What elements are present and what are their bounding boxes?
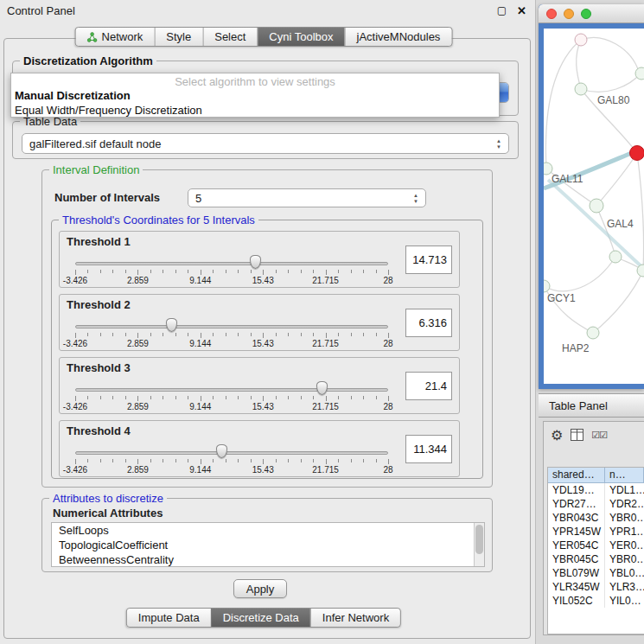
attribute-list-item[interactable]: TopologicalCoefficient: [52, 538, 484, 552]
table-row[interactable]: YBL079WYBL0…: [548, 566, 644, 580]
node[interactable]: [637, 265, 644, 277]
tick-mark: [351, 396, 352, 399]
close-traffic-light[interactable]: [546, 9, 557, 19]
column-header[interactable]: shared…: [548, 468, 605, 483]
tick-mark: [326, 396, 327, 401]
column-selector-icon[interactable]: [571, 429, 583, 441]
tick-mark: [351, 333, 352, 336]
table-row[interactable]: YDR27…YDR2…: [548, 497, 644, 511]
zoom-traffic-light[interactable]: [581, 9, 591, 19]
attributes-list[interactable]: SelfLoopsTopologicalCoefficientBetweenne…: [51, 522, 485, 567]
tick-mark: [150, 270, 151, 273]
scale-label: -3.426: [63, 339, 87, 348]
tick-mark: [238, 270, 239, 273]
slider-thumb[interactable]: [250, 255, 261, 269]
node-gcy1[interactable]: [544, 280, 550, 292]
slider-track[interactable]: [75, 451, 388, 455]
table-row[interactable]: YPR145WYPR1…: [548, 525, 644, 539]
tick-mark: [100, 459, 101, 462]
node-gal80[interactable]: [575, 83, 587, 95]
close-icon[interactable]: ✕: [517, 4, 526, 17]
tab-jactivemnodules[interactable]: jActiveMNodules: [345, 28, 452, 46]
scale-label: 21.715: [312, 276, 339, 285]
node-gal4[interactable]: [590, 199, 603, 213]
threshold-value-field[interactable]: 21.4: [405, 372, 452, 400]
tick-mark: [288, 270, 289, 273]
network-view-window: GAL80 GAL11 GAL4 GCY1 HAP2: [539, 4, 644, 389]
attributes-scrollbar[interactable]: [474, 523, 484, 566]
tick-mark: [213, 270, 214, 273]
scale-label: 2.859: [127, 402, 149, 411]
tick-mark: [363, 459, 364, 462]
scale-label: 9.144: [189, 339, 211, 348]
node[interactable]: [575, 34, 587, 46]
tab-style[interactable]: Style: [154, 28, 202, 46]
tab-label: Select: [214, 28, 245, 46]
threshold-value-field[interactable]: 6.316: [405, 309, 452, 337]
tab-network[interactable]: Network: [76, 28, 155, 46]
table-row[interactable]: YER054CYER0…: [548, 539, 644, 552]
threshold-slider-3[interactable]: -3.4262.8599.14415.4321.71528: [75, 377, 388, 411]
tab-label: Cyni Toolbox: [269, 28, 333, 46]
checkboxes-icon[interactable]: ☑☑: [591, 430, 607, 441]
tick-mark: [175, 333, 176, 336]
node-label: GAL4: [607, 218, 634, 230]
node-hap2[interactable]: [587, 327, 599, 339]
slider-track[interactable]: [75, 262, 388, 265]
threshold-slider-4[interactable]: -3.4262.8599.14415.4321.71528: [75, 440, 388, 475]
tab-impute-data[interactable]: Impute Data: [127, 609, 211, 627]
tick-mark: [100, 396, 101, 399]
slider-thumb[interactable]: [216, 444, 227, 458]
node[interactable]: [635, 67, 644, 80]
table-row[interactable]: YBR045CYBR0…: [548, 552, 644, 566]
table-row[interactable]: YIL052CYIL0…: [548, 594, 644, 608]
algorithm-option-manual-discretization[interactable]: Manual Discretization: [11, 88, 499, 103]
tick-mark: [263, 333, 264, 338]
tick-mark: [313, 459, 314, 462]
threshold-slider-2[interactable]: -3.4262.8599.14415.4321.71528: [75, 314, 388, 348]
tab-select[interactable]: Select: [202, 28, 257, 46]
number-of-intervals-combobox[interactable]: 5 ▲▼: [188, 188, 426, 207]
threshold-value-field[interactable]: 14.713: [405, 245, 452, 274]
table-row[interactable]: YBR043CYBR0…: [548, 511, 644, 525]
gear-icon[interactable]: ⚙: [551, 427, 563, 443]
slider-thumb[interactable]: [316, 381, 328, 395]
interval-definition-group: Interval Definition Number of Intervals …: [41, 169, 493, 488]
threshold-value-field[interactable]: 11.344: [405, 435, 452, 463]
network-canvas[interactable]: GAL80 GAL11 GAL4 GCY1 HAP2: [544, 29, 644, 384]
attribute-list-item[interactable]: BetweennessCentrality: [52, 552, 484, 567]
tick-mark: [213, 333, 214, 336]
float-window-icon[interactable]: ▢: [497, 4, 507, 16]
tab-infer-network[interactable]: Infer Network: [310, 609, 400, 627]
tick-mark: [276, 396, 277, 399]
slider-track[interactable]: [75, 388, 388, 392]
slider-track[interactable]: [75, 325, 388, 328]
tick-mark: [100, 333, 101, 336]
threshold-coordinates-title: Threshold's Coordinates for 5 Intervals: [59, 214, 258, 226]
scrollbar-thumb[interactable]: [475, 525, 483, 554]
table-data-combobox[interactable]: galFiltered.sif default node ▲▼: [22, 133, 509, 154]
tick-mark: [363, 333, 364, 336]
table-row[interactable]: YDL19…YDL1…: [548, 483, 644, 497]
table-row[interactable]: YLR345WYLR3…: [548, 580, 644, 594]
node-label: GCY1: [547, 292, 576, 304]
tick-mark: [175, 459, 176, 462]
tick-mark: [351, 270, 352, 273]
minimize-traffic-light[interactable]: [564, 9, 574, 19]
selected-node[interactable]: [630, 146, 644, 161]
node-table: shared… n… YDL19…YDL1…YDR27…YDR2…YBR043C…: [547, 467, 644, 634]
tab-discretize-data[interactable]: Discretize Data: [211, 609, 310, 627]
table-body: YDL19…YDL1…YDR27…YDR2…YBR043CYBR0…YPR145…: [548, 483, 644, 608]
tab-label: Impute Data: [138, 609, 200, 627]
tick-mark: [376, 270, 377, 273]
slider-thumb[interactable]: [166, 318, 177, 332]
node[interactable]: [609, 251, 622, 263]
algorithm-option-equal-width-frequency-discretization[interactable]: Equal Width/Frequency Discretization: [11, 103, 499, 118]
threshold-slider-1[interactable]: -3.4262.8599.14415.4321.71528: [75, 251, 388, 285]
attribute-list-item[interactable]: SelfLoops: [52, 523, 484, 538]
tick-mark: [226, 270, 226, 273]
apply-button[interactable]: Apply: [233, 579, 287, 598]
column-header[interactable]: n…: [605, 468, 644, 483]
tick-mark: [351, 459, 352, 462]
tab-cyni-toolbox[interactable]: Cyni Toolbox: [257, 28, 344, 46]
